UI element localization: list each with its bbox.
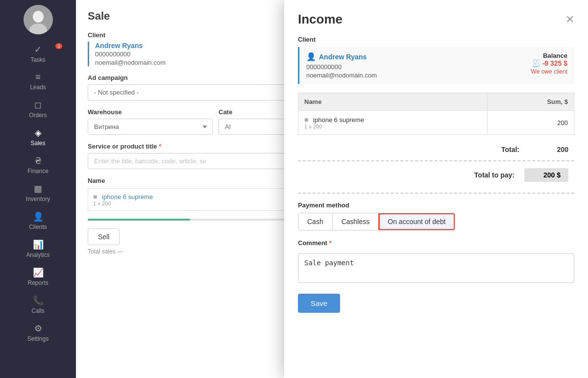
svg-point-1: [33, 11, 44, 23]
income-table-row: ■ iphone 6 supreme 1 x 200 200: [298, 111, 574, 135]
income-client-phone: 0000000000: [306, 63, 377, 71]
income-item-name: ■ iphone 6 supreme 1 x 200: [298, 111, 488, 135]
income-item-qty: 1 x 200: [304, 124, 481, 129]
total-to-pay-box: 200 $: [524, 168, 568, 182]
user-icon: 👤: [306, 52, 316, 61]
sidebar-item-tasks[interactable]: ✓ Tasks 3: [0, 39, 76, 67]
comment-section: Comment * Sale payment: [298, 239, 574, 285]
balance-label: Balance: [531, 52, 567, 59]
payment-methods: Cash Cashless On account of debt: [298, 213, 455, 230]
income-client-email: noemail@nodomain.com: [306, 72, 377, 79]
leads-icon: ≡: [35, 72, 41, 82]
sidebar: ✓ Tasks 3 ≡ Leads ◻ Orders ◈ Sales ₴ Fin…: [0, 0, 76, 378]
sidebar-item-label: Analytics: [26, 252, 49, 258]
sidebar-item-label: Finance: [27, 168, 49, 175]
calls-icon: 📞: [33, 295, 44, 306]
income-client-label: Client: [298, 36, 574, 43]
payment-section: Payment method Cash Cashless On account …: [298, 202, 574, 230]
cash-payment-button[interactable]: Cash: [298, 213, 333, 230]
close-button[interactable]: ✕: [565, 14, 574, 25]
sidebar-item-calls[interactable]: 📞 Calls: [0, 290, 76, 318]
cashless-payment-button[interactable]: Cashless: [333, 213, 379, 230]
sidebar-item-label: Leads: [30, 84, 46, 91]
sidebar-item-reports[interactable]: 📈 Reports: [0, 262, 76, 290]
reports-icon: 📈: [33, 267, 44, 278]
total-value: 200: [539, 146, 568, 153]
sidebar-item-clients[interactable]: 👤 Clients: [0, 206, 76, 234]
receipt-icon: 🧾: [532, 59, 540, 67]
clients-icon: 👤: [33, 211, 44, 222]
payment-method-label: Payment method: [298, 202, 574, 209]
divider: [298, 160, 574, 161]
income-items-table: Name Sum, $ ■ iphone 6 supreme 1 x 200 2…: [298, 93, 574, 135]
comment-required: *: [329, 239, 332, 247]
sidebar-item-label: Sales: [30, 140, 45, 147]
income-client-name[interactable]: Andrew Ryans: [319, 53, 367, 61]
income-sum-col: Sum, $: [487, 93, 574, 111]
main-area: Sales B... + Sale Sale № AA... AA... AA.…: [76, 0, 588, 378]
inventory-icon: ▦: [34, 183, 42, 194]
total-to-pay-label: Total to pay:: [474, 171, 514, 179]
sidebar-item-label: Reports: [27, 279, 48, 286]
sidebar-item-label: Settings: [27, 335, 49, 342]
tasks-badge: 3: [55, 43, 62, 49]
sidebar-item-leads[interactable]: ≡ Leads: [0, 67, 76, 95]
sidebar-item-label: Orders: [29, 112, 47, 119]
tasks-icon: ✓: [34, 44, 42, 55]
sales-icon: ◈: [35, 127, 42, 138]
settings-icon: ⚙: [34, 323, 42, 334]
sidebar-item-sales[interactable]: ◈ Sales: [0, 123, 76, 151]
debt-payment-button[interactable]: On account of debt: [379, 213, 454, 230]
income-panel: Income ✕ Client 👤 Andrew Ryans 000000000…: [284, 0, 588, 378]
income-name-col: Name: [298, 93, 488, 111]
income-modal: Income ✕ Client 👤 Andrew Ryans 000000000…: [76, 0, 588, 378]
totals-section: Total: 200 Total to pay: 200 $: [298, 139, 574, 189]
income-header: Income ✕: [298, 12, 574, 27]
sidebar-item-label: Inventory: [26, 196, 50, 202]
income-client-box: 👤 Andrew Ryans 0000000000 noemail@nodoma…: [298, 47, 574, 84]
sidebar-item-analytics[interactable]: 📊 Analytics: [0, 234, 76, 262]
sidebar-item-inventory[interactable]: ▦ Inventory: [0, 178, 76, 206]
income-client-left: 👤 Andrew Ryans 0000000000 noemail@nodoma…: [306, 52, 377, 79]
section-divider: [298, 193, 574, 194]
sidebar-item-settings[interactable]: ⚙ Settings: [0, 318, 76, 346]
avatar: [24, 5, 53, 34]
income-client-right: Balance 🧾 -9 325 $ We owe client: [531, 52, 567, 75]
finance-icon: ₴: [35, 155, 42, 166]
total-line: Total: 200: [298, 143, 574, 156]
we-owe-label: We owe client: [531, 68, 567, 75]
total-label: Total:: [501, 146, 519, 153]
income-title: Income: [298, 12, 343, 27]
income-item-sum: 200: [487, 111, 574, 135]
comment-label: Comment *: [298, 239, 574, 247]
sidebar-item-finance[interactable]: ₴ Finance: [0, 151, 76, 178]
balance-value: 🧾 -9 325 $: [531, 59, 567, 67]
sidebar-item-label: Tasks: [30, 56, 46, 63]
save-button[interactable]: Save: [298, 294, 340, 313]
sidebar-item-label: Calls: [31, 307, 45, 314]
sidebar-item-orders[interactable]: ◻ Orders: [0, 95, 76, 123]
sidebar-item-label: Clients: [29, 224, 47, 230]
total-to-pay-line: Total to pay: 200 $: [298, 165, 574, 185]
orders-icon: ◻: [34, 100, 42, 110]
puzzle-icon: ■: [304, 116, 308, 124]
analytics-icon: 📊: [33, 239, 44, 250]
comment-input[interactable]: Sale payment: [298, 253, 574, 283]
